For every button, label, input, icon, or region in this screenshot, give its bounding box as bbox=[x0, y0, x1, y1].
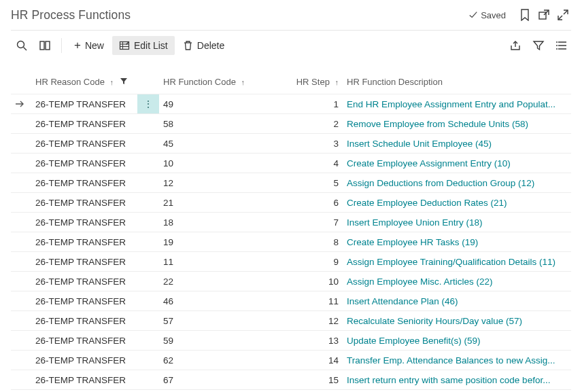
cell-function-code[interactable]: 67 bbox=[159, 370, 281, 390]
cell-step[interactable]: 13 bbox=[281, 331, 343, 351]
table-row[interactable]: 26-TEMP TRANSFER⋮119Assign Employee Trai… bbox=[11, 252, 571, 272]
row-menu-button[interactable]: ⋮ bbox=[137, 351, 159, 370]
row-menu-button[interactable]: ⋮ bbox=[137, 173, 159, 193]
delete-button[interactable]: Delete bbox=[176, 36, 231, 55]
cell-reason-code[interactable]: 26-TEMP TRANSFER bbox=[31, 94, 137, 114]
description-link[interactable]: Remove Employee from Schedule Units (58) bbox=[347, 119, 528, 129]
table-row[interactable]: 26-TEMP TRANSFER⋮6715Insert return entry… bbox=[11, 370, 571, 390]
expand-icon[interactable] bbox=[553, 3, 572, 27]
cell-function-code[interactable]: 18 bbox=[159, 213, 281, 232]
row-menu-button[interactable]: ⋮ bbox=[137, 114, 159, 134]
description-link[interactable]: End HR Employee Assignment Entry and Pop… bbox=[347, 99, 555, 109]
cell-function-code[interactable]: 21 bbox=[159, 193, 281, 213]
cell-function-code[interactable]: 62 bbox=[159, 351, 281, 370]
table-row[interactable]: 26-TEMP TRANSFER⋮6214Transfer Emp. Atten… bbox=[11, 351, 571, 370]
cell-reason-code[interactable]: 26-TEMP TRANSFER bbox=[31, 232, 137, 252]
cell-reason-code[interactable]: 26-TEMP TRANSFER bbox=[31, 351, 137, 370]
row-menu-button[interactable]: ⋮ bbox=[137, 272, 159, 291]
cell-function-code[interactable]: 22 bbox=[159, 272, 281, 291]
cell-step[interactable]: 9 bbox=[281, 252, 343, 272]
cell-reason-code[interactable]: 26-TEMP TRANSFER bbox=[31, 213, 137, 232]
cell-step[interactable]: 2 bbox=[281, 114, 343, 134]
description-link[interactable]: Insert Employee Union Entry (18) bbox=[347, 217, 483, 228]
cell-step[interactable]: 8 bbox=[281, 232, 343, 252]
cell-reason-code[interactable]: 26-TEMP TRANSFER bbox=[31, 193, 137, 213]
description-link[interactable]: Insert return entry with same position c… bbox=[347, 375, 550, 385]
col-reason[interactable]: HR Reason Code ↑ bbox=[31, 71, 137, 94]
row-menu-button[interactable]: ⋮ bbox=[137, 134, 159, 154]
col-desc[interactable]: HR Function Description bbox=[343, 71, 571, 94]
cell-reason-code[interactable]: 26-TEMP TRANSFER bbox=[31, 114, 137, 134]
cell-function-code[interactable]: 49 bbox=[159, 94, 281, 114]
table-row[interactable]: 26-TEMP TRANSFER⋮4611Insert Attendance P… bbox=[11, 291, 571, 311]
description-link[interactable]: Create Employee HR Tasks (19) bbox=[347, 237, 478, 247]
cell-function-code[interactable]: 11 bbox=[159, 252, 281, 272]
filter-icon[interactable] bbox=[528, 33, 549, 58]
cell-step[interactable]: 11 bbox=[281, 291, 343, 311]
row-menu-button[interactable]: ⋮ bbox=[137, 94, 159, 114]
cell-function-code[interactable]: 45 bbox=[159, 134, 281, 154]
table-row[interactable]: 26-TEMP TRANSFER⋮582Remove Employee from… bbox=[11, 114, 571, 134]
bookmark-icon[interactable] bbox=[515, 3, 534, 27]
cell-step[interactable]: 7 bbox=[281, 213, 343, 232]
cell-function-code[interactable]: 57 bbox=[159, 311, 281, 331]
cell-function-code[interactable]: 19 bbox=[159, 232, 281, 252]
description-link[interactable]: Update Employee Benefit(s) (59) bbox=[347, 336, 481, 346]
new-button[interactable]: + New bbox=[67, 36, 111, 55]
col-func[interactable]: HR Function Code ↑ bbox=[159, 71, 281, 94]
cell-reason-code[interactable]: 26-TEMP TRANSFER bbox=[31, 272, 137, 291]
cell-function-code[interactable]: 58 bbox=[159, 114, 281, 134]
table-row[interactable]: 26-TEMP TRANSFER⋮104Create Employee Assi… bbox=[11, 154, 571, 173]
cell-reason-code[interactable]: 26-TEMP TRANSFER bbox=[31, 134, 137, 154]
search-icon[interactable] bbox=[11, 33, 33, 58]
share-icon[interactable] bbox=[504, 33, 526, 58]
cell-function-code[interactable]: 46 bbox=[159, 291, 281, 311]
cell-step[interactable]: 1 bbox=[281, 94, 343, 114]
row-menu-button[interactable]: ⋮ bbox=[137, 252, 159, 272]
cell-reason-code[interactable]: 26-TEMP TRANSFER bbox=[31, 311, 137, 331]
row-menu-button[interactable]: ⋮ bbox=[137, 370, 159, 390]
cell-function-code[interactable]: 12 bbox=[159, 173, 281, 193]
edit-list-button[interactable]: Edit List bbox=[112, 36, 175, 55]
table-row[interactable]: 26-TEMP TRANSFER⋮198Create Employee HR T… bbox=[11, 232, 571, 252]
table-row[interactable]: 26-TEMP TRANSFER⋮216Create Employee Dedu… bbox=[11, 193, 571, 213]
col-step[interactable]: HR Step ↑ bbox=[281, 71, 343, 94]
list-icon[interactable] bbox=[551, 33, 572, 58]
table-row[interactable]: 26-TEMP TRANSFER⋮5712Recalculate Seniori… bbox=[11, 311, 571, 331]
cell-step[interactable]: 3 bbox=[281, 134, 343, 154]
cell-reason-code[interactable]: 26-TEMP TRANSFER bbox=[31, 154, 137, 173]
cell-reason-code[interactable]: 26-TEMP TRANSFER bbox=[31, 252, 137, 272]
table-row[interactable]: 26-TEMP TRANSFER⋮453Insert Schedule Unit… bbox=[11, 134, 571, 154]
description-link[interactable]: Assign Employee Misc. Articles (22) bbox=[347, 277, 493, 287]
description-link[interactable]: Assign Employee Training/Qualification D… bbox=[347, 257, 555, 267]
table-row[interactable]: 26-TEMP TRANSFER⋮491End HR Employee Assi… bbox=[11, 94, 571, 114]
table-row[interactable]: 26-TEMP TRANSFER⋮5913Update Employee Ben… bbox=[11, 331, 571, 351]
description-link[interactable]: Recalculate Seniority Hours/Day value (5… bbox=[347, 316, 522, 326]
cell-step[interactable]: 12 bbox=[281, 311, 343, 331]
cell-reason-code[interactable]: 26-TEMP TRANSFER bbox=[31, 370, 137, 390]
row-menu-button[interactable]: ⋮ bbox=[137, 193, 159, 213]
table-row[interactable]: 26-TEMP TRANSFER⋮187Insert Employee Unio… bbox=[11, 213, 571, 232]
cell-reason-code[interactable]: 26-TEMP TRANSFER bbox=[31, 173, 137, 193]
cell-step[interactable]: 5 bbox=[281, 173, 343, 193]
cell-reason-code[interactable]: 26-TEMP TRANSFER bbox=[31, 331, 137, 351]
cell-function-code[interactable]: 10 bbox=[159, 154, 281, 173]
data-grid[interactable]: HR Reason Code ↑ HR Function Code ↑ HR S… bbox=[11, 71, 571, 390]
description-link[interactable]: Transfer Emp. Attendance Balances to new… bbox=[347, 355, 555, 366]
cell-reason-code[interactable]: 26-TEMP TRANSFER bbox=[31, 291, 137, 311]
description-link[interactable]: Create Employee Deduction Rates (21) bbox=[347, 198, 507, 208]
row-menu-button[interactable]: ⋮ bbox=[137, 331, 159, 351]
cell-step[interactable]: 10 bbox=[281, 272, 343, 291]
table-row[interactable]: 26-TEMP TRANSFER⋮125Assign Deductions fr… bbox=[11, 173, 571, 193]
table-row[interactable]: 26-TEMP TRANSFER⋮2210Assign Employee Mis… bbox=[11, 272, 571, 291]
cell-step[interactable]: 15 bbox=[281, 370, 343, 390]
row-menu-button[interactable]: ⋮ bbox=[137, 154, 159, 173]
row-menu-button[interactable]: ⋮ bbox=[137, 232, 159, 252]
cell-step[interactable]: 14 bbox=[281, 351, 343, 370]
row-menu-button[interactable]: ⋮ bbox=[137, 311, 159, 331]
description-link[interactable]: Create Employee Assignment Entry (10) bbox=[347, 158, 511, 168]
cell-step[interactable]: 6 bbox=[281, 193, 343, 213]
cell-function-code[interactable]: 59 bbox=[159, 331, 281, 351]
popout-icon[interactable] bbox=[534, 3, 553, 27]
description-link[interactable]: Insert Schedule Unit Employee (45) bbox=[347, 139, 492, 149]
